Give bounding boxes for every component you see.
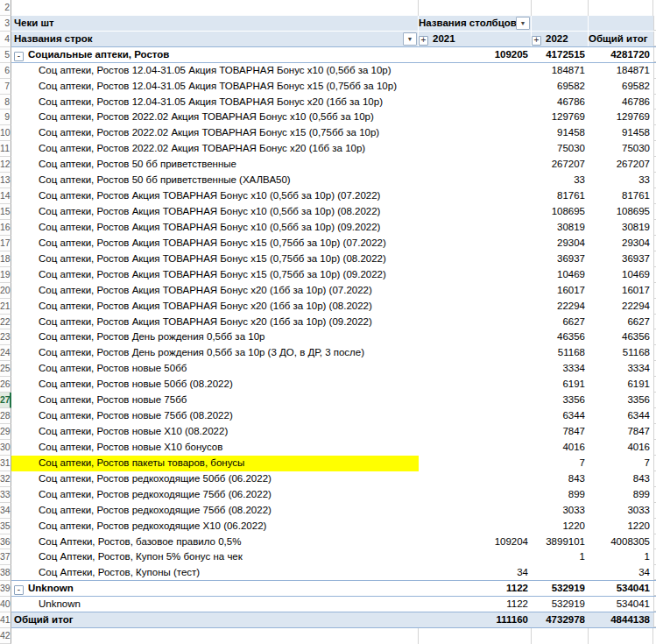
row-number[interactable]: 26 [0, 377, 11, 393]
row-number[interactable]: 27 [0, 393, 11, 408]
value-2022-cell[interactable]: 6627 [532, 315, 589, 330]
value-2022-cell[interactable]: 6344 [532, 408, 589, 424]
row-number[interactable]: 39 [0, 581, 11, 597]
grand-total-cell[interactable]: 129769 [589, 110, 653, 125]
row-number[interactable]: 3 [0, 16, 11, 32]
value-2021-cell[interactable] [419, 173, 532, 188]
value-2022-cell[interactable]: 69582 [532, 79, 589, 95]
value-2021-cell[interactable] [419, 361, 532, 377]
grand-total-cell[interactable]: 534041 [589, 597, 653, 612]
column-header-2021-cell[interactable]: +2021 [419, 32, 532, 46]
value-2021-cell[interactable] [419, 79, 532, 95]
empty-cell[interactable] [589, 628, 653, 644]
row-label-cell[interactable]: Соц Аптеки, Ростов, Купон 5% бонус на че… [11, 549, 419, 565]
row-label-cell[interactable]: Соц аптеки, Ростов День рождения 0,5бб з… [11, 329, 419, 345]
grand-total-cell[interactable]: 29304 [589, 236, 653, 251]
row-number[interactable]: 23 [0, 329, 11, 345]
grand-total-cell[interactable]: 51168 [589, 345, 653, 361]
value-2021-cell[interactable] [419, 251, 532, 267]
value-2021-cell[interactable] [419, 424, 532, 440]
grand-total-cell[interactable]: 4844138 [589, 612, 653, 627]
value-2022-cell[interactable]: 899 [532, 487, 589, 503]
row-label-cell[interactable]: Соц аптеки, Ростов новые Х10 бонусов [11, 440, 419, 456]
row-label-cell[interactable]: Соц аптеки, Ростов Акция ТОВАРНАЯ Бонус … [11, 220, 419, 236]
value-2021-cell[interactable] [419, 188, 532, 204]
row-number[interactable]: 10 [0, 125, 11, 141]
value-2022-cell[interactable]: 1 [532, 549, 589, 565]
value-2021-cell[interactable] [419, 63, 532, 79]
row-label-cell[interactable]: Соц аптеки, Ростов 12.04-31.05 Акция ТОВ… [11, 63, 419, 79]
row-number[interactable]: 36 [0, 534, 11, 550]
value-2021-cell[interactable] [419, 456, 532, 471]
grand-total-cell[interactable]: 75030 [589, 141, 653, 157]
empty-cell[interactable] [11, 0, 419, 16]
value-2022-cell[interactable]: 7 [532, 456, 589, 471]
value-2022-cell[interactable]: 4732978 [532, 612, 589, 627]
rows-filter-dropdown-button[interactable]: ▼ [403, 32, 417, 46]
value-2021-cell[interactable] [419, 393, 532, 408]
value-2021-cell[interactable]: 1122 [419, 581, 532, 596]
value-2021-cell[interactable] [419, 487, 532, 503]
row-label-cell[interactable]: Соц аптеки, Ростов Акция ТОВАРНАЯ Бонус … [11, 267, 419, 283]
grand-total-cell[interactable]: 4016 [589, 440, 653, 456]
collapse-button[interactable]: - [14, 585, 24, 595]
grand-total-cell[interactable]: 69582 [589, 79, 653, 95]
value-2022-cell[interactable]: 16017 [532, 283, 589, 299]
row-number[interactable]: 25 [0, 361, 11, 377]
value-2022-cell[interactable]: 29304 [532, 236, 589, 251]
grand-total-cell[interactable]: 46786 [589, 95, 653, 110]
value-2021-cell[interactable] [419, 315, 532, 330]
row-number[interactable]: 20 [0, 283, 11, 299]
row-label-cell[interactable]: Unknown [11, 597, 419, 612]
row-number[interactable]: 28 [0, 408, 11, 424]
value-2022-cell[interactable]: 267207 [532, 157, 589, 173]
row-number[interactable]: 30 [0, 440, 11, 456]
rows-filter-cell[interactable]: Названия строк▼ [11, 32, 419, 46]
value-2022-cell[interactable]: 6191 [532, 377, 589, 393]
value-2022-cell[interactable]: 843 [532, 471, 589, 487]
grand-total-cell[interactable]: 22294 [589, 299, 653, 315]
value-2021-cell[interactable] [419, 503, 532, 519]
row-label-cell[interactable]: Соц аптеки, Ростов День рождения 0,5бб з… [11, 345, 419, 361]
row-label-cell[interactable]: Соц аптеки, Ростов 2022.02 Акция ТОВАРНА… [11, 125, 419, 141]
measure-cell[interactable]: Чеки шт [11, 16, 419, 31]
expand-button-2021[interactable]: + [419, 36, 428, 46]
value-2022-cell[interactable]: 532919 [532, 597, 589, 612]
grand-total-cell[interactable]: 33 [589, 173, 653, 188]
row-number[interactable]: 9 [0, 110, 11, 125]
row-label-cell[interactable]: -Unknown [11, 581, 419, 596]
row-number[interactable]: 19 [0, 267, 11, 283]
row-label-cell[interactable]: Общий итог [11, 612, 419, 627]
grand-total-cell[interactable]: 10469 [589, 267, 653, 283]
grand-total-cell[interactable]: 36937 [589, 251, 653, 267]
row-number[interactable]: 22 [0, 315, 11, 330]
value-2021-cell[interactable] [419, 236, 532, 251]
value-2022-cell[interactable]: 7847 [532, 424, 589, 440]
empty-cell[interactable] [532, 628, 589, 644]
value-2022-cell[interactable]: 1220 [532, 519, 589, 534]
value-2021-cell[interactable] [419, 440, 532, 456]
grand-total-cell[interactable]: 4281720 [589, 47, 653, 62]
grand-total-cell[interactable]: 534041 [589, 581, 653, 596]
row-number[interactable]: 32 [0, 471, 11, 487]
grand-total-cell[interactable]: 30819 [589, 220, 653, 236]
row-number[interactable]: 6 [0, 63, 11, 79]
grand-total-cell[interactable]: 1220 [589, 519, 653, 534]
row-number[interactable]: 37 [0, 549, 11, 565]
row-label-cell[interactable]: Соц аптеки, Ростов 50 бб приветственные … [11, 173, 419, 188]
grand-total-cell[interactable]: 91458 [589, 125, 653, 141]
grand-total-cell[interactable]: 108695 [589, 204, 653, 220]
value-2021-cell[interactable] [419, 329, 532, 345]
value-2022-cell[interactable]: 4016 [532, 440, 589, 456]
value-2022-cell[interactable]: 184871 [532, 63, 589, 79]
row-number[interactable]: 15 [0, 204, 11, 220]
value-2021-cell[interactable] [419, 299, 532, 315]
value-2022-cell[interactable]: 4172515 [532, 47, 589, 62]
row-label-cell[interactable]: Соц аптеки, Ростов 12.04-31.05 Акция ТОВ… [11, 79, 419, 95]
row-label-cell[interactable]: Соц аптеки, Ростов Акция ТОВАРНАЯ Бонус … [11, 188, 419, 204]
empty-cell[interactable] [532, 0, 589, 16]
grand-total-cell[interactable]: 34 [589, 565, 653, 580]
row-number[interactable]: 11 [0, 141, 11, 157]
row-label-cell[interactable]: Соц аптеки, Ростов новые 50бб [11, 361, 419, 377]
grand-total-cell[interactable]: 3033 [589, 503, 653, 519]
